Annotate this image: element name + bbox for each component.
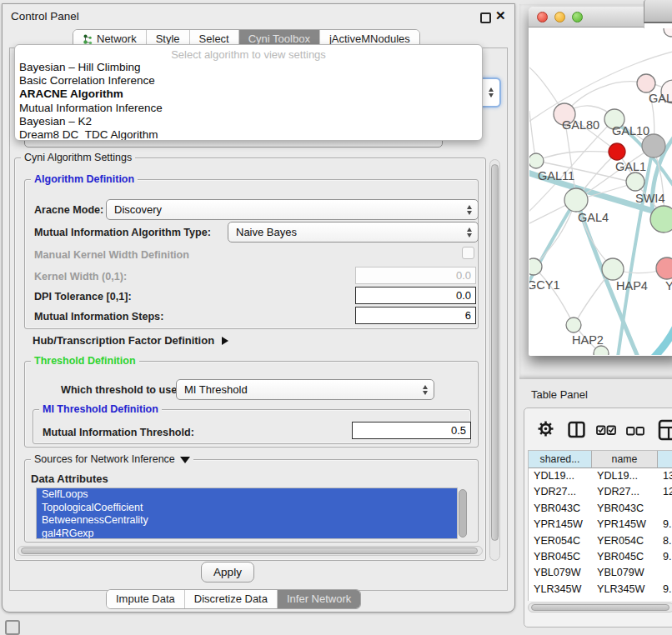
mi-threshold-group-title: MI Threshold Definition (39, 403, 162, 415)
mac-minimize-icon[interactable] (554, 12, 565, 22)
algorithm-option-bayesian-k2[interactable]: Bayesian – K2 (15, 115, 482, 128)
attribute-topologicalcoefficient[interactable]: TopologicalCoefficient (37, 502, 457, 515)
attribute-selfloops[interactable]: SelfLoops (37, 488, 457, 502)
float-icon[interactable] (480, 12, 491, 23)
network-node-gal4[interactable] (564, 188, 588, 212)
mi-steps-field[interactable]: 6 (355, 307, 476, 324)
scrollbar-thumb[interactable] (531, 604, 669, 611)
network-node-hap2[interactable] (566, 318, 581, 332)
table-cell: 9. (658, 582, 672, 598)
attribute-betweennesscentrality[interactable]: BetweennessCentrality (37, 514, 457, 528)
table-cell: YBL079W (592, 565, 658, 581)
gear-icon[interactable] (538, 421, 554, 437)
manual-kernel-checkbox[interactable] (462, 247, 474, 259)
tab-discretize-data[interactable]: Discretize Data (184, 590, 277, 608)
list-scrollbar-thumb[interactable] (459, 489, 467, 538)
scrollbar-thumb[interactable] (491, 164, 499, 541)
table-row-ylr345w[interactable]: YLR345WYLR345W9. (529, 582, 672, 598)
data-attributes-list[interactable]: SelfLoopsTopologicalCoefficientBetweenne… (36, 488, 458, 539)
aracne-mode-combo[interactable]: Discovery (106, 199, 479, 220)
table-row-ybr045c[interactable]: YBR045CYBR045C9. (529, 549, 672, 565)
collapsed-arrow-icon[interactable] (222, 337, 228, 345)
column-header-shared[interactable]: shared... (529, 451, 592, 468)
table-cell: YLR345W (592, 582, 658, 598)
minimized-panel-icon[interactable] (5, 620, 20, 635)
split-column-icon[interactable] (568, 421, 585, 438)
threshold-definition-title: Threshold Definition (31, 355, 139, 367)
expanded-arrow-icon[interactable] (180, 457, 190, 463)
table-horizontal-scrollbar[interactable] (528, 602, 672, 612)
table-row-ybl079w[interactable]: YBL079WYBL079W (529, 565, 672, 581)
apply-button[interactable]: Apply (201, 562, 254, 582)
kernel-width-field[interactable]: 0.0 (355, 267, 476, 284)
column-header-a[interactable]: A (658, 451, 672, 468)
table-cell: YBR043C (592, 501, 658, 517)
column-header-name[interactable]: name (592, 451, 658, 468)
network-node[interactable] (642, 134, 665, 158)
network-node-gal11[interactable] (529, 153, 544, 168)
combo-stepper (467, 228, 472, 238)
mac-zoom-icon[interactable] (572, 12, 583, 22)
network-node[interactable] (594, 346, 609, 355)
node-label-gal1: GAL1 (615, 160, 646, 173)
table-row-yer054c[interactable]: YER054CYER054C8. (529, 533, 672, 549)
background-window-titlebar (644, 0, 672, 23)
network-canvas[interactable]: GALGAL80GAL10GAL1GAL11SWI4GAL4GCY1HAP4YH… (529, 28, 672, 355)
table-cell: 13 (658, 468, 672, 484)
which-threshold-label: Which threshold to use: (61, 384, 180, 396)
close-icon[interactable]: ✕ (495, 8, 506, 23)
network-node[interactable] (664, 28, 672, 37)
network-node-y[interactable] (656, 258, 672, 279)
mi-threshold-field[interactable]: 0.5 (352, 422, 471, 439)
algorithm-option-aracne-algorithm[interactable]: ARACNE Algorithm (15, 88, 482, 101)
network-node-gal[interactable] (637, 74, 655, 92)
table-row-ypr145w[interactable]: YPR145WYPR145W9. (529, 517, 672, 532)
mi-type-combo[interactable]: Naive Bayes (228, 222, 479, 242)
mi-steps-label: Mutual Information Steps: (34, 311, 163, 322)
tab-impute-data[interactable]: Impute Data (107, 590, 184, 608)
network-node-gcy1[interactable] (529, 258, 542, 275)
node-label-swi4: SWI4 (635, 192, 664, 205)
table-cell: YBR043C (529, 501, 592, 517)
algorithm-option-bayesian-hill-climbing[interactable]: Bayesian – Hill Climbing (15, 61, 482, 74)
table-icon[interactable] (658, 419, 672, 441)
unchecked-columns-icon[interactable] (626, 427, 644, 436)
network-node-gal1[interactable] (626, 172, 644, 191)
settings-vertical-scrollbar[interactable] (489, 159, 500, 561)
bottom-tab-bar: Impute DataDiscretize DataInfer Network (106, 589, 361, 609)
table-cell: YDR27... (529, 484, 592, 500)
node-label-hap4: HAP4 (616, 279, 648, 292)
network-node-hap4[interactable] (602, 258, 624, 280)
network-node[interactable] (609, 143, 625, 160)
node-table[interactable]: shared...nameA YDL19...YDL19...13YDR27..… (528, 450, 672, 601)
table-row-ydr27[interactable]: YDR27...YDR27...12 (529, 484, 672, 500)
node-label-gal4: GAL4 (578, 211, 609, 224)
tab-infer-network[interactable]: Infer Network (277, 590, 360, 608)
algorithm-option-mutual-information-inference[interactable]: Mutual Information Inference (15, 102, 482, 115)
attribute-gal4rgexp[interactable]: gal4RGexp (37, 528, 457, 540)
dpi-tolerance-field[interactable]: 0.0 (355, 287, 476, 304)
node-label-y: Y (665, 279, 672, 292)
settings-horizontal-scrollbar[interactable] (18, 546, 483, 556)
algorithm-option-dream8-dc-tdc-algorithm[interactable]: Dream8 DC_TDC Algorithm (15, 128, 482, 141)
sources-group-title[interactable]: Sources for Network Inference (31, 453, 193, 465)
algorithm-definition-title: Algorithm Definition (31, 173, 138, 185)
combo-value: MI Threshold (184, 383, 248, 396)
table-cell: YPR145W (592, 517, 658, 532)
table-row-ybr043c[interactable]: YBR043CYBR043C (529, 501, 672, 517)
which-threshold-combo[interactable]: MI Threshold (176, 379, 434, 400)
table-cell: YBL079W (529, 565, 592, 581)
scrollbar-thumb[interactable] (21, 548, 478, 554)
node-label-gal80: GAL80 (562, 118, 599, 132)
dropdown-items: Bayesian – Hill ClimbingBasic Correlatio… (15, 61, 482, 141)
hub-definition-toggle[interactable]: Hub/Transcription Factor Definition (33, 334, 228, 347)
manual-kernel-label: Manual Kernel Width Definition (34, 249, 189, 261)
mac-close-icon[interactable] (537, 12, 548, 22)
checked-columns-icon[interactable] (596, 425, 616, 436)
table-cell: YIL052C (592, 598, 658, 601)
table-row-ydl19[interactable]: YDL19...YDL19...13 (529, 468, 672, 484)
table-row-yil052c[interactable]: YIL052CYIL052C0. (529, 598, 672, 601)
algorithm-option-basic-correlation-inference[interactable]: Basic Correlation Inference (15, 74, 482, 88)
table-header: shared...nameA (529, 451, 672, 468)
network-node-swi4[interactable] (650, 206, 672, 232)
